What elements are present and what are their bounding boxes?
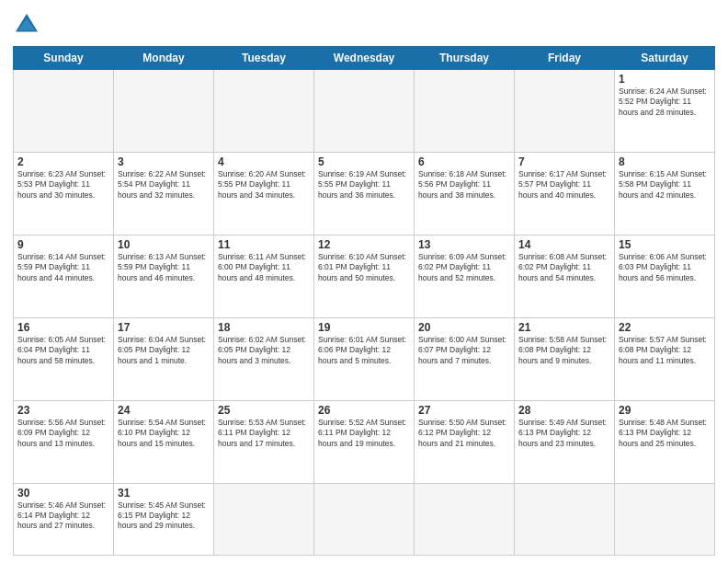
calendar-week-2: 2Sunrise: 6:23 AM Sunset: 5:53 PM Daylig… <box>14 152 715 235</box>
calendar-cell: 26Sunrise: 5:52 AM Sunset: 6:11 PM Dayli… <box>314 400 415 483</box>
logo-icon <box>13 11 40 39</box>
day-info: Sunrise: 5:50 AM Sunset: 6:12 PM Dayligh… <box>418 418 510 449</box>
calendar-cell: 27Sunrise: 5:50 AM Sunset: 6:12 PM Dayli… <box>415 400 515 483</box>
day-number: 4 <box>218 155 310 168</box>
calendar-cell: 2Sunrise: 6:23 AM Sunset: 5:53 PM Daylig… <box>14 152 114 235</box>
day-header-tuesday: Tuesday <box>214 47 314 70</box>
calendar-cell: 18Sunrise: 6:02 AM Sunset: 6:05 PM Dayli… <box>214 317 314 400</box>
calendar-cell <box>14 70 114 153</box>
day-number: 20 <box>418 321 510 334</box>
logo <box>13 11 44 39</box>
calendar-cell <box>214 483 314 555</box>
day-info: Sunrise: 6:06 AM Sunset: 6:03 PM Dayligh… <box>619 252 711 283</box>
day-info: Sunrise: 6:17 AM Sunset: 5:57 PM Dayligh… <box>518 169 610 201</box>
day-number: 25 <box>218 404 310 417</box>
calendar-cell: 28Sunrise: 5:49 AM Sunset: 6:13 PM Dayli… <box>515 400 615 483</box>
day-number: 29 <box>619 404 711 417</box>
calendar-cell: 14Sunrise: 6:08 AM Sunset: 6:02 PM Dayli… <box>515 235 615 317</box>
calendar-cell: 1Sunrise: 6:24 AM Sunset: 5:52 PM Daylig… <box>615 70 715 153</box>
calendar-cell: 25Sunrise: 5:53 AM Sunset: 6:11 PM Dayli… <box>214 400 314 483</box>
day-info: Sunrise: 5:58 AM Sunset: 6:08 PM Dayligh… <box>518 335 610 366</box>
day-info: Sunrise: 6:08 AM Sunset: 6:02 PM Dayligh… <box>518 252 610 283</box>
day-number: 10 <box>118 238 210 251</box>
day-number: 24 <box>118 404 210 417</box>
day-info: Sunrise: 5:56 AM Sunset: 6:09 PM Dayligh… <box>17 418 109 449</box>
calendar-cell: 15Sunrise: 6:06 AM Sunset: 6:03 PM Dayli… <box>615 235 715 317</box>
day-number: 13 <box>418 238 510 251</box>
day-info: Sunrise: 6:20 AM Sunset: 5:55 PM Dayligh… <box>218 169 310 201</box>
calendar-cell: 23Sunrise: 5:56 AM Sunset: 6:09 PM Dayli… <box>14 400 114 483</box>
calendar-week-6: 30Sunrise: 5:46 AM Sunset: 6:14 PM Dayli… <box>14 483 715 555</box>
calendar-week-1: 1Sunrise: 6:24 AM Sunset: 5:52 PM Daylig… <box>14 70 715 153</box>
calendar-cell <box>415 70 515 153</box>
calendar-cell <box>415 483 515 555</box>
calendar-cell: 11Sunrise: 6:11 AM Sunset: 6:00 PM Dayli… <box>214 235 314 317</box>
calendar: SundayMondayTuesdayWednesdayThursdayFrid… <box>13 46 715 556</box>
day-number: 15 <box>619 238 711 251</box>
calendar-week-4: 16Sunrise: 6:05 AM Sunset: 6:04 PM Dayli… <box>14 317 715 400</box>
day-info: Sunrise: 6:00 AM Sunset: 6:07 PM Dayligh… <box>418 335 510 366</box>
calendar-body: 1Sunrise: 6:24 AM Sunset: 5:52 PM Daylig… <box>14 70 715 556</box>
day-number: 7 <box>518 155 610 168</box>
calendar-cell: 31Sunrise: 5:45 AM Sunset: 6:15 PM Dayli… <box>114 483 214 555</box>
calendar-cell: 4Sunrise: 6:20 AM Sunset: 5:55 PM Daylig… <box>214 152 314 235</box>
day-info: Sunrise: 5:45 AM Sunset: 6:15 PM Dayligh… <box>118 500 210 532</box>
day-info: Sunrise: 6:14 AM Sunset: 5:59 PM Dayligh… <box>17 252 109 283</box>
day-number: 14 <box>518 238 610 251</box>
day-info: Sunrise: 6:05 AM Sunset: 6:04 PM Dayligh… <box>17 335 109 366</box>
calendar-cell: 12Sunrise: 6:10 AM Sunset: 6:01 PM Dayli… <box>314 235 415 317</box>
day-number: 16 <box>17 321 109 334</box>
calendar-cell: 8Sunrise: 6:15 AM Sunset: 5:58 PM Daylig… <box>615 152 715 235</box>
day-number: 8 <box>619 155 711 168</box>
day-header-monday: Monday <box>114 47 214 70</box>
day-number: 28 <box>518 404 610 417</box>
day-number: 31 <box>118 487 210 500</box>
calendar-cell <box>314 70 415 153</box>
calendar-cell: 10Sunrise: 6:13 AM Sunset: 5:59 PM Dayli… <box>114 235 214 317</box>
calendar-cell <box>515 70 615 153</box>
day-info: Sunrise: 6:18 AM Sunset: 5:56 PM Dayligh… <box>418 169 510 201</box>
day-info: Sunrise: 5:57 AM Sunset: 6:08 PM Dayligh… <box>619 335 711 366</box>
day-info: Sunrise: 6:15 AM Sunset: 5:58 PM Dayligh… <box>619 169 711 201</box>
calendar-cell: 3Sunrise: 6:22 AM Sunset: 5:54 PM Daylig… <box>114 152 214 235</box>
day-info: Sunrise: 5:54 AM Sunset: 6:10 PM Dayligh… <box>118 418 210 449</box>
day-number: 17 <box>118 321 210 334</box>
day-info: Sunrise: 5:53 AM Sunset: 6:11 PM Dayligh… <box>218 418 310 449</box>
calendar-header-row: SundayMondayTuesdayWednesdayThursdayFrid… <box>14 47 715 70</box>
day-number: 27 <box>418 404 510 417</box>
day-number: 12 <box>318 238 410 251</box>
day-number: 3 <box>118 155 210 168</box>
day-number: 22 <box>619 321 711 334</box>
day-header-saturday: Saturday <box>615 47 715 70</box>
day-info: Sunrise: 6:01 AM Sunset: 6:06 PM Dayligh… <box>318 335 410 366</box>
day-number: 26 <box>318 404 410 417</box>
calendar-cell: 6Sunrise: 6:18 AM Sunset: 5:56 PM Daylig… <box>415 152 515 235</box>
day-info: Sunrise: 6:04 AM Sunset: 6:05 PM Dayligh… <box>118 335 210 366</box>
day-info: Sunrise: 5:49 AM Sunset: 6:13 PM Dayligh… <box>518 418 610 449</box>
page: SundayMondayTuesdayWednesdayThursdayFrid… <box>0 0 728 563</box>
day-info: Sunrise: 6:13 AM Sunset: 5:59 PM Dayligh… <box>118 252 210 283</box>
calendar-cell: 22Sunrise: 5:57 AM Sunset: 6:08 PM Dayli… <box>615 317 715 400</box>
calendar-cell: 30Sunrise: 5:46 AM Sunset: 6:14 PM Dayli… <box>14 483 114 555</box>
day-number: 21 <box>518 321 610 334</box>
day-number: 11 <box>218 238 310 251</box>
calendar-cell <box>615 483 715 555</box>
day-info: Sunrise: 6:19 AM Sunset: 5:55 PM Dayligh… <box>318 169 410 201</box>
day-number: 2 <box>17 155 109 168</box>
day-header-wednesday: Wednesday <box>314 47 415 70</box>
day-number: 9 <box>17 238 109 251</box>
day-info: Sunrise: 6:11 AM Sunset: 6:00 PM Dayligh… <box>218 252 310 283</box>
day-info: Sunrise: 6:24 AM Sunset: 5:52 PM Dayligh… <box>619 86 711 118</box>
calendar-cell: 19Sunrise: 6:01 AM Sunset: 6:06 PM Dayli… <box>314 317 415 400</box>
day-number: 6 <box>418 155 510 168</box>
day-info: Sunrise: 5:48 AM Sunset: 6:13 PM Dayligh… <box>619 418 711 449</box>
day-number: 1 <box>619 73 711 86</box>
day-info: Sunrise: 5:46 AM Sunset: 6:14 PM Dayligh… <box>17 500 109 532</box>
day-info: Sunrise: 6:22 AM Sunset: 5:54 PM Dayligh… <box>118 169 210 201</box>
day-number: 19 <box>318 321 410 334</box>
header <box>13 11 715 39</box>
day-header-sunday: Sunday <box>14 47 114 70</box>
calendar-cell: 29Sunrise: 5:48 AM Sunset: 6:13 PM Dayli… <box>615 400 715 483</box>
calendar-week-3: 9Sunrise: 6:14 AM Sunset: 5:59 PM Daylig… <box>14 235 715 317</box>
calendar-week-5: 23Sunrise: 5:56 AM Sunset: 6:09 PM Dayli… <box>14 400 715 483</box>
